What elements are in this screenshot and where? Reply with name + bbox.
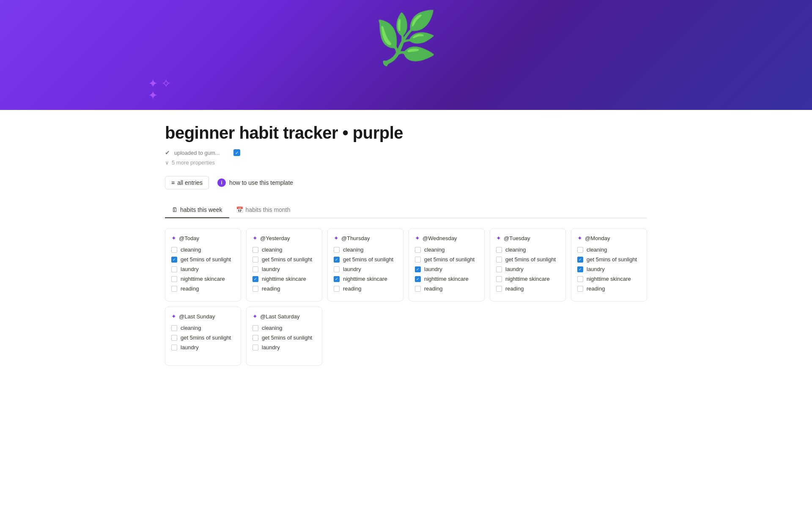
habit-checkbox-unchecked[interactable] — [334, 247, 340, 253]
habit-item: ✓nighttime skincare — [415, 276, 478, 282]
habit-checkbox-unchecked[interactable] — [577, 276, 583, 282]
card-header: ✦@Wednesday — [415, 235, 478, 241]
habit-checkbox-unchecked[interactable] — [415, 257, 421, 263]
property-row-uploaded: ✔ uploaded to gum... ✓ — [165, 149, 647, 156]
habit-checkbox-unchecked[interactable] — [415, 247, 421, 253]
habit-item: laundry — [334, 266, 397, 272]
tab-week-label: habits this week — [180, 206, 222, 213]
habit-item: get 5mins of sunlight — [171, 334, 235, 341]
habit-checkbox-checked[interactable]: ✓ — [334, 276, 340, 282]
habit-checkbox-unchecked[interactable] — [252, 266, 258, 272]
habit-checkbox-unchecked[interactable] — [496, 257, 502, 263]
habit-checkbox-unchecked[interactable] — [171, 247, 177, 253]
habit-checkbox-unchecked[interactable] — [171, 286, 177, 292]
card-date-label: @Tuesday — [504, 235, 530, 241]
habit-item: laundry — [496, 266, 560, 272]
habit-label: reading — [424, 285, 442, 292]
card-header: ✦@Tuesday — [496, 235, 560, 241]
habit-card: ✦@Mondaycleaning✓get 5mins of sunlight✓l… — [571, 228, 647, 301]
habit-checkbox-unchecked[interactable] — [496, 247, 502, 253]
habit-item: reading — [415, 285, 478, 292]
more-properties-toggle[interactable]: ∨ 5 more properties — [165, 159, 647, 166]
habit-checkbox-unchecked[interactable] — [171, 335, 177, 341]
habit-checkbox-unchecked[interactable] — [171, 345, 177, 351]
habit-label: laundry — [424, 266, 442, 272]
how-to-button[interactable]: i how to use this template — [217, 178, 293, 187]
card-header: ✦@Yesterday — [252, 235, 316, 241]
habit-label: nighttime skincare — [505, 276, 550, 282]
all-entries-button[interactable]: ≡ all entries — [165, 176, 209, 189]
habit-checkbox-checked[interactable]: ✓ — [577, 257, 583, 263]
habit-checkbox-unchecked[interactable] — [334, 266, 340, 272]
habit-label: get 5mins of sunlight — [262, 256, 312, 263]
habit-checkbox-unchecked[interactable] — [252, 247, 258, 253]
habit-item: get 5mins of sunlight — [415, 256, 478, 263]
habit-item: ✓get 5mins of sunlight — [171, 256, 235, 263]
habit-checkbox-checked[interactable]: ✓ — [252, 276, 258, 282]
habit-checkbox-unchecked[interactable] — [252, 335, 258, 341]
habit-checkbox-unchecked[interactable] — [577, 247, 583, 253]
habit-checkbox-unchecked[interactable] — [415, 286, 421, 292]
habit-checkbox-unchecked[interactable] — [171, 276, 177, 282]
habit-checkbox-checked[interactable]: ✓ — [415, 266, 421, 272]
habit-checkbox-unchecked[interactable] — [252, 345, 258, 351]
card-header: ✦@Thursday — [334, 235, 397, 241]
tab-habits-month[interactable]: 📅 habits this month — [229, 203, 297, 218]
habit-checkbox-unchecked[interactable] — [252, 257, 258, 263]
hero-banner: 🌿 ✦ ✧✦ — [0, 0, 812, 110]
habit-checkbox-checked[interactable]: ✓ — [171, 257, 177, 263]
habit-label: get 5mins of sunlight — [505, 256, 556, 263]
calendar-week-icon: 🗓 — [172, 206, 178, 213]
card-date-label: @Last Sunday — [179, 313, 215, 320]
habit-label: get 5mins of sunlight — [587, 256, 637, 263]
habit-label: get 5mins of sunlight — [343, 256, 393, 263]
habit-label: reading — [262, 285, 280, 292]
habit-checkbox-unchecked[interactable] — [252, 286, 258, 292]
habit-label: reading — [343, 285, 361, 292]
habit-label: nighttime skincare — [587, 276, 631, 282]
habit-checkbox-unchecked[interactable] — [577, 286, 583, 292]
card-date-label: @Thursday — [341, 235, 370, 241]
habit-item: cleaning — [334, 247, 397, 253]
habit-label: reading — [587, 285, 605, 292]
card-header: ✦@Last Sunday — [171, 313, 235, 320]
habit-item: ✓get 5mins of sunlight — [577, 256, 641, 263]
habit-label: cleaning — [181, 325, 201, 331]
habit-item: cleaning — [171, 247, 235, 253]
checkmark-icon: ✔ — [165, 149, 170, 156]
action-buttons: ≡ all entries i how to use this template — [165, 176, 647, 189]
habit-checkbox-unchecked[interactable] — [496, 266, 502, 272]
habit-label: get 5mins of sunlight — [181, 256, 231, 263]
card-sparkle-icon: ✦ — [252, 313, 258, 320]
habit-item: cleaning — [577, 247, 641, 253]
habit-checkbox-unchecked[interactable] — [171, 266, 177, 272]
chevron-down-icon: ∨ — [165, 159, 169, 166]
card-header: ✦@Last Saturday — [252, 313, 316, 320]
card-sparkle-icon: ✦ — [577, 235, 582, 241]
hero-flower-decoration: 🌿 — [374, 8, 438, 68]
card-header: ✦@Today — [171, 235, 235, 241]
tabs-container: 🗓 habits this week 📅 habits this month — [165, 203, 647, 218]
habit-checkbox-unchecked[interactable] — [171, 325, 177, 331]
more-properties-label: 5 more properties — [172, 159, 215, 166]
habit-item: cleaning — [496, 247, 560, 253]
uploaded-checkbox[interactable]: ✓ — [233, 149, 240, 156]
habit-checkbox-unchecked[interactable] — [334, 286, 340, 292]
tab-month-label: habits this month — [246, 206, 291, 213]
habit-label: get 5mins of sunlight — [181, 334, 231, 341]
card-sparkle-icon: ✦ — [171, 313, 176, 320]
habit-checkbox-unchecked[interactable] — [252, 325, 258, 331]
card-sparkle-icon: ✦ — [171, 235, 176, 241]
habit-checkbox-unchecked[interactable] — [496, 276, 502, 282]
habit-label: laundry — [181, 344, 199, 351]
card-date-label: @Yesterday — [260, 235, 290, 241]
habit-checkbox-checked[interactable]: ✓ — [334, 257, 340, 263]
habit-checkbox-checked[interactable]: ✓ — [415, 276, 421, 282]
card-date-label: @Today — [179, 235, 199, 241]
habit-checkbox-checked[interactable]: ✓ — [577, 266, 583, 272]
card-sparkle-icon: ✦ — [252, 235, 258, 241]
habit-label: reading — [505, 285, 524, 292]
habit-label: get 5mins of sunlight — [262, 334, 312, 341]
tab-habits-week[interactable]: 🗓 habits this week — [165, 203, 229, 218]
habit-checkbox-unchecked[interactable] — [496, 286, 502, 292]
